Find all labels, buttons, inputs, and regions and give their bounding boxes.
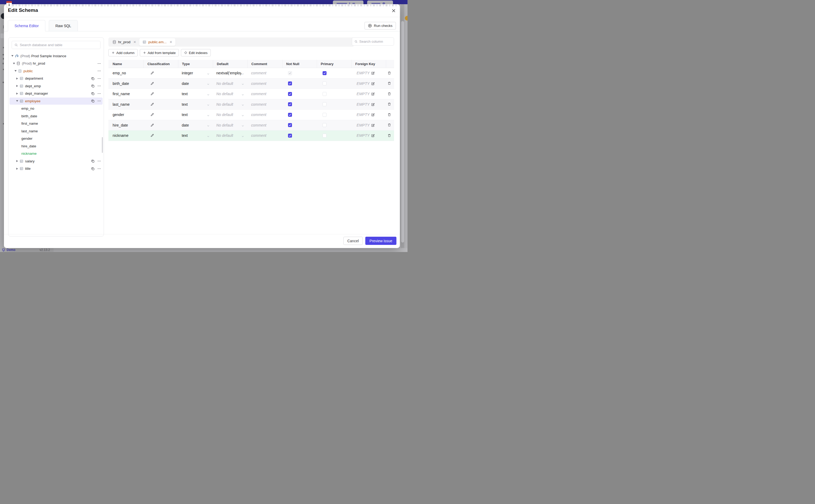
type-select[interactable]: date bbox=[178, 79, 213, 89]
tree-node-salary[interactable]: salary bbox=[8, 157, 104, 165]
column-name-cell[interactable]: nickname bbox=[108, 130, 143, 141]
not-null-checkbox[interactable] bbox=[288, 81, 292, 85]
duplicate-table-icon[interactable] bbox=[91, 92, 95, 95]
duplicate-table-icon[interactable] bbox=[91, 159, 95, 163]
primary-checkbox[interactable] bbox=[322, 123, 326, 127]
type-select[interactable]: integer bbox=[178, 68, 213, 78]
not-null-checkbox[interactable] bbox=[288, 71, 292, 75]
duplicate-table-icon[interactable] bbox=[91, 99, 95, 103]
column-name-cell[interactable]: emp_no bbox=[108, 68, 143, 78]
edit-indexes-button[interactable]: Edit indexes bbox=[181, 49, 211, 56]
primary-checkbox[interactable] bbox=[322, 134, 326, 138]
primary-checkbox[interactable] bbox=[322, 81, 326, 85]
default-select[interactable]: nextval('employ bbox=[213, 68, 247, 78]
delete-column-icon[interactable] bbox=[387, 134, 391, 138]
tree-node-title[interactable]: title bbox=[8, 165, 104, 173]
comment-input[interactable]: comment bbox=[247, 99, 282, 110]
primary-checkbox[interactable] bbox=[322, 102, 326, 106]
type-select[interactable]: date bbox=[178, 120, 213, 130]
classification-edit-icon[interactable] bbox=[150, 71, 154, 75]
tree-scrollbar-thumb[interactable] bbox=[102, 137, 103, 153]
column-search[interactable] bbox=[352, 37, 394, 46]
default-select[interactable]: No default bbox=[213, 99, 247, 110]
more-actions-icon[interactable] bbox=[97, 77, 101, 80]
page-scrollbar-thumb[interactable] bbox=[401, 21, 404, 243]
tree-node-public[interactable]: public bbox=[8, 67, 104, 75]
classification-edit-icon[interactable] bbox=[150, 82, 154, 85]
default-select[interactable]: No default bbox=[213, 89, 247, 99]
delete-column-icon[interactable] bbox=[387, 81, 391, 85]
type-select[interactable]: text bbox=[178, 110, 213, 120]
tree-node-first_name[interactable]: first_name bbox=[8, 120, 104, 128]
not-null-checkbox[interactable] bbox=[288, 102, 292, 106]
tree-node-hire_date[interactable]: hire_date bbox=[8, 142, 104, 150]
primary-checkbox[interactable] bbox=[322, 92, 326, 96]
open-tab-publicem[interactable]: public.em... ✕ bbox=[139, 38, 175, 46]
tab-schema-editor[interactable]: Schema Editor bbox=[8, 20, 45, 31]
type-select[interactable]: text bbox=[178, 89, 213, 99]
tree-search[interactable] bbox=[12, 41, 100, 49]
default-select[interactable]: No default bbox=[213, 110, 247, 120]
comment-input[interactable]: comment bbox=[247, 130, 282, 141]
comment-input[interactable]: comment bbox=[247, 110, 282, 120]
default-select[interactable]: No default bbox=[213, 130, 247, 141]
column-search-input[interactable] bbox=[359, 40, 391, 43]
column-name-cell[interactable]: hire_date bbox=[108, 120, 143, 130]
comment-input[interactable]: comment bbox=[247, 120, 282, 130]
tree-node-nickname[interactable]: nickname bbox=[8, 150, 104, 158]
tree-node-Prod Sample Instance[interactable]: (Prod)Prod Sample Instance bbox=[8, 52, 104, 60]
run-checks-button[interactable]: Run checks bbox=[364, 22, 396, 30]
type-select[interactable]: text bbox=[178, 99, 213, 110]
more-actions-icon[interactable] bbox=[97, 92, 101, 95]
column-name-cell[interactable]: first_name bbox=[108, 89, 143, 99]
more-actions-icon[interactable] bbox=[97, 167, 101, 171]
foreign-key-cell[interactable]: EMPTY bbox=[351, 89, 386, 99]
not-null-checkbox[interactable] bbox=[288, 113, 292, 117]
foreign-key-cell[interactable]: EMPTY bbox=[351, 130, 386, 141]
foreign-key-cell[interactable]: EMPTY bbox=[351, 79, 386, 89]
not-null-checkbox[interactable] bbox=[288, 123, 292, 127]
foreign-key-cell[interactable]: EMPTY bbox=[351, 68, 386, 78]
not-null-checkbox[interactable] bbox=[288, 92, 292, 96]
primary-checkbox[interactable] bbox=[322, 71, 326, 75]
column-name-cell[interactable]: gender bbox=[108, 110, 143, 120]
classification-edit-icon[interactable] bbox=[150, 134, 154, 137]
column-name-cell[interactable]: birth_date bbox=[108, 79, 143, 89]
duplicate-table-icon[interactable] bbox=[91, 77, 95, 80]
duplicate-table-icon[interactable] bbox=[91, 84, 95, 88]
classification-edit-icon[interactable] bbox=[150, 113, 154, 117]
tree-node-emp_no[interactable]: emp_no bbox=[8, 105, 104, 113]
foreign-key-cell[interactable]: EMPTY bbox=[351, 110, 386, 120]
foreign-key-cell[interactable]: EMPTY bbox=[351, 120, 386, 130]
tree-node-dept_manager[interactable]: dept_manager bbox=[8, 90, 104, 98]
tree-node-gender[interactable]: gender bbox=[8, 135, 104, 143]
tree-search-input[interactable] bbox=[20, 43, 98, 47]
preview-issue-button[interactable]: Preview issue bbox=[365, 237, 396, 245]
default-select[interactable]: No default bbox=[213, 120, 247, 130]
comment-input[interactable]: comment bbox=[247, 68, 282, 78]
column-name-cell[interactable]: last_name bbox=[108, 99, 143, 110]
type-select[interactable]: text bbox=[178, 130, 213, 141]
more-actions-icon[interactable] bbox=[97, 69, 101, 73]
add-column-button[interactable]: Add column bbox=[108, 49, 138, 56]
more-actions-icon[interactable] bbox=[97, 99, 101, 103]
more-actions-icon[interactable] bbox=[97, 84, 101, 88]
duplicate-table-icon[interactable] bbox=[91, 167, 95, 171]
classification-edit-icon[interactable] bbox=[150, 123, 154, 127]
more-actions-icon[interactable] bbox=[97, 159, 101, 163]
close-tab-icon[interactable]: ✕ bbox=[133, 40, 136, 44]
tree-node-last_name[interactable]: last_name bbox=[8, 127, 104, 135]
close-icon[interactable] bbox=[392, 9, 395, 13]
delete-column-icon[interactable] bbox=[387, 92, 391, 96]
tree-node-hr_prod[interactable]: (Prod)hr_prod bbox=[8, 60, 104, 67]
foreign-key-cell[interactable]: EMPTY bbox=[351, 99, 386, 110]
delete-column-icon[interactable] bbox=[387, 123, 391, 127]
tree-node-employee[interactable]: employee bbox=[8, 97, 104, 105]
classification-edit-icon[interactable] bbox=[150, 92, 154, 96]
close-tab-icon[interactable]: ✕ bbox=[169, 40, 172, 44]
primary-checkbox[interactable] bbox=[322, 113, 326, 117]
delete-column-icon[interactable] bbox=[387, 113, 391, 117]
tree-node-department[interactable]: department bbox=[8, 75, 104, 83]
delete-column-icon[interactable] bbox=[387, 71, 391, 75]
cancel-button[interactable]: Cancel bbox=[343, 237, 363, 245]
